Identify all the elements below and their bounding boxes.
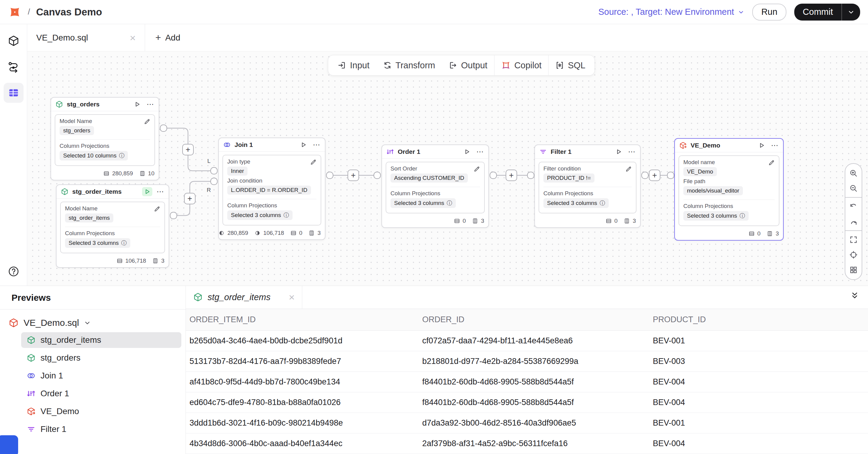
join-right-input-port[interactable] <box>210 178 218 185</box>
edit-pencil-icon[interactable] <box>473 165 480 173</box>
add-node-on-edge-button[interactable]: + <box>506 170 517 181</box>
collapse-panel-button[interactable] <box>850 291 860 300</box>
play-button[interactable] <box>142 187 152 196</box>
undo-button[interactable] <box>845 199 862 214</box>
tree-item-stg-orders[interactable]: stg_orders <box>21 350 181 366</box>
more-menu-button[interactable]: ⋯ <box>147 101 154 108</box>
sql-node-button[interactable]: SQL <box>549 55 592 75</box>
play-button[interactable] <box>756 141 767 150</box>
fit-view-button[interactable] <box>845 232 862 247</box>
projections-pill[interactable]: Selected 3 columnsⓘ <box>391 198 456 208</box>
help-button[interactable] <box>8 266 19 277</box>
model-name-pill[interactable]: stg_orders <box>60 126 94 135</box>
projections-pill[interactable]: Selected 3 columnsⓘ <box>65 238 130 248</box>
cell: BEV-004 <box>653 398 868 407</box>
more-menu-button[interactable]: ⋯ <box>476 148 484 155</box>
bottom-left-widget[interactable] <box>0 435 18 454</box>
node-stg-order-items[interactable]: stg_order_items ⋯ Model Name stg_order_i… <box>56 184 169 268</box>
table-row[interactable]: 513173b7-82d4-4176-aa7f-99b8389fede7 b21… <box>186 351 868 372</box>
canvas[interactable]: Input Transform Output <box>27 51 868 285</box>
results-nav-button[interactable] <box>4 83 24 103</box>
lineage-nav-button[interactable] <box>4 57 24 77</box>
projections-pill[interactable]: Selected 3 columnsⓘ <box>544 198 609 208</box>
environment-selector[interactable]: Source: , Target: New Environment <box>598 7 744 17</box>
more-menu-button[interactable]: ⋯ <box>771 142 779 149</box>
input-port[interactable] <box>667 172 674 179</box>
column-header-order-id[interactable]: ORDER_ID <box>422 315 653 324</box>
commit-dropdown-button[interactable] <box>842 4 860 21</box>
redo-button[interactable] <box>845 214 862 229</box>
sort-order-pill[interactable]: Ascending CUSTOMER_ID <box>391 174 468 183</box>
model-name-pill[interactable]: VE_Demo <box>683 167 717 176</box>
output-port[interactable] <box>490 172 497 179</box>
commit-button[interactable]: Commit <box>794 4 841 21</box>
close-icon[interactable]: × <box>289 292 295 302</box>
copilot-button[interactable]: Copilot <box>494 55 548 75</box>
model-name-pill[interactable]: stg_order_items <box>65 213 113 222</box>
output-port[interactable] <box>160 124 167 132</box>
node-join-1[interactable]: Join 1 ⋯ Join type Inner Join condition … <box>218 138 326 240</box>
column-header-product-id[interactable]: PRODUCT_ID <box>653 315 868 324</box>
close-icon[interactable]: × <box>130 33 136 43</box>
models-nav-button[interactable] <box>4 31 24 51</box>
play-button[interactable] <box>132 100 142 109</box>
join-type-pill[interactable]: Inner <box>227 167 248 176</box>
output-port[interactable] <box>641 172 649 179</box>
layout-grid-button[interactable] <box>845 262 862 277</box>
projections-pill[interactable]: Selected 3 columnsⓘ <box>227 210 292 220</box>
node-filter-1[interactable]: Filter 1 ⋯ Filter condition PRODUCT_ID !… <box>534 145 641 228</box>
transform-node-button[interactable]: Transform <box>376 55 442 75</box>
play-button[interactable] <box>462 147 472 156</box>
node-order-1[interactable]: Order 1 ⋯ Sort Order Ascending CUSTOMER_… <box>381 145 489 228</box>
edit-pencil-icon[interactable] <box>144 118 151 125</box>
tree-item-filter-1[interactable]: Filter 1 <box>21 421 181 437</box>
add-node-on-edge-button[interactable]: + <box>184 193 195 204</box>
output-node-button[interactable]: Output <box>442 55 494 75</box>
join-condition-pill[interactable]: L.ORDER_ID = R.ORDER_ID <box>227 186 311 195</box>
locate-button[interactable] <box>845 247 862 262</box>
table-row[interactable]: 3ddd1b6d-3021-4f16-b09c-980214b9498e d7d… <box>186 413 868 433</box>
edit-pencil-icon[interactable] <box>768 159 775 166</box>
add-tab-button[interactable]: + Add <box>145 24 191 51</box>
run-button[interactable]: Run <box>752 4 786 21</box>
node-config: Filter condition PRODUCT_ID != Column Pr… <box>538 162 637 213</box>
tab-ve-demo-sql[interactable]: VE_Demo.sql × <box>27 24 145 51</box>
node-ve-demo[interactable]: VE_Demo ⋯ Model name VE_Demo File path m… <box>674 138 784 241</box>
node-stg-orders[interactable]: stg_orders ⋯ Model Name stg_orders Colum… <box>51 97 159 180</box>
more-menu-button[interactable]: ⋯ <box>628 148 636 155</box>
join-left-input-port[interactable] <box>210 167 218 174</box>
table-row[interactable]: ed604c75-dfe9-4780-81ba-b88a0fa01026 f84… <box>186 392 868 413</box>
table-row[interactable]: af41b8c0-9f5d-44d9-bb7d-7800c49be134 f84… <box>186 372 868 392</box>
input-port[interactable] <box>374 172 381 179</box>
projections-pill[interactable]: Selected 3 columnsⓘ <box>683 211 749 221</box>
output-port[interactable] <box>326 172 333 179</box>
play-button[interactable] <box>614 147 624 156</box>
projections-pill[interactable]: Selected 10 columnsⓘ <box>60 151 128 160</box>
tree-root-ve-demo-sql[interactable]: VE_Demo.sql <box>8 315 181 330</box>
zoom-out-button[interactable] <box>845 181 862 196</box>
table-row[interactable]: b265d0a4-3c46-4ae4-b0db-dcbe25df901d cf0… <box>186 331 868 351</box>
file-path-pill[interactable]: models/visual_editor <box>683 186 743 195</box>
edit-pencil-icon[interactable] <box>310 158 317 165</box>
table-row[interactable]: 4b34d8d6-3006-4b0c-aaad-b40ef1a344ec 2af… <box>186 433 868 454</box>
input-node-button[interactable]: Input <box>331 55 376 75</box>
edit-pencil-icon[interactable] <box>154 205 161 212</box>
add-node-on-edge-button[interactable]: + <box>649 170 660 181</box>
add-node-on-edge-button[interactable]: + <box>347 170 359 181</box>
tree-item-join-1[interactable]: Join 1 <box>21 368 181 384</box>
tree-item-order-1[interactable]: Order 1 <box>21 386 181 401</box>
column-header-order-item-id[interactable]: ORDER_ITEM_ID <box>189 315 422 324</box>
input-port[interactable] <box>527 172 534 179</box>
preview-tab-stg-order-items[interactable]: stg_order_items × <box>186 286 302 309</box>
cube-icon <box>27 353 36 362</box>
zoom-in-button[interactable] <box>845 165 862 181</box>
filter-condition-pill[interactable]: PRODUCT_ID != <box>544 174 594 183</box>
edit-pencil-icon[interactable] <box>625 165 632 173</box>
add-node-on-edge-button[interactable]: + <box>182 144 194 155</box>
more-menu-button[interactable]: ⋯ <box>313 141 321 148</box>
tree-item-stg-order-items[interactable]: stg_order_items <box>21 332 181 348</box>
output-port[interactable] <box>170 212 177 219</box>
more-menu-button[interactable]: ⋯ <box>157 188 164 195</box>
tree-item-ve-demo[interactable]: VE_Demo <box>21 403 181 419</box>
play-button[interactable] <box>298 140 309 149</box>
